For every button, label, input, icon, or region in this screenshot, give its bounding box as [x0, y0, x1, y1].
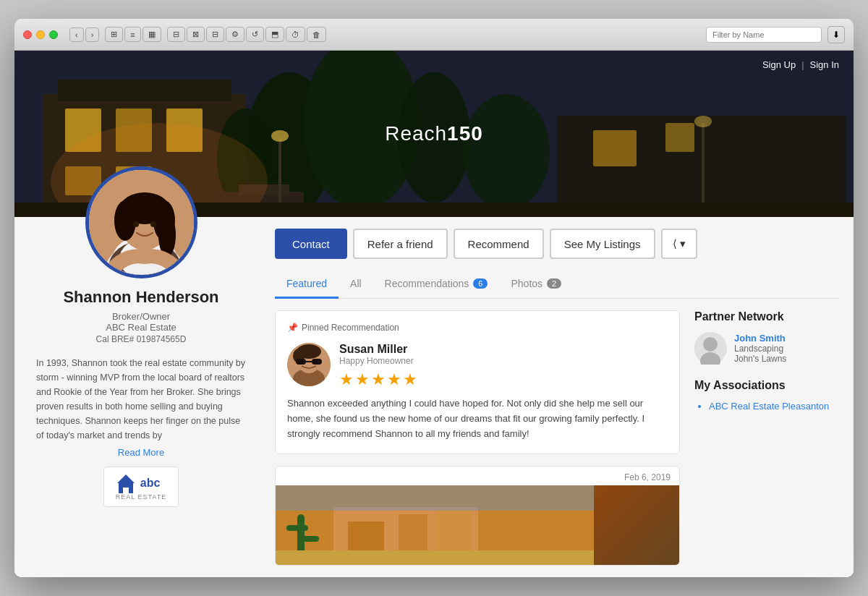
back-button[interactable]: ‹	[69, 27, 84, 42]
house-icon	[116, 473, 136, 493]
profile-bio: In 1993, Shannon took the real estate co…	[36, 356, 246, 443]
nav-buttons: ‹ ›	[69, 27, 99, 42]
share-toolbar-button[interactable]: ⬒	[265, 27, 284, 42]
avatar	[89, 170, 194, 275]
partner-item: John Smith Landscaping John's Lawns	[694, 332, 839, 365]
reviewer-role: Happy Homeowner	[339, 356, 668, 366]
svg-rect-45	[296, 359, 306, 365]
minimize-button[interactable]	[36, 30, 45, 39]
reviewer-photo	[287, 343, 331, 386]
recommendation-text: Shannon exceeded anything I could have h…	[287, 396, 668, 441]
column-view-button[interactable]: ▦	[142, 27, 161, 42]
avatar-wrapper	[85, 166, 197, 278]
hero-logo-area: Reach150	[385, 122, 483, 145]
company-logo: abc	[116, 473, 166, 493]
property-date: Feb 6, 2019	[276, 467, 679, 485]
tab-recommendations[interactable]: Recommendations 6	[373, 271, 500, 299]
dual-view-button[interactable]: ⊠	[187, 27, 205, 42]
profile-right-column: Contact Refer a friend Recommend See My …	[260, 217, 854, 576]
partner-info: John Smith Landscaping John's Lawns	[734, 333, 786, 364]
contact-button[interactable]: Contact	[275, 229, 347, 259]
svg-rect-54	[286, 525, 308, 531]
tab-all[interactable]: All	[339, 271, 373, 299]
delete-button[interactable]: 🗑	[307, 27, 326, 42]
profile-title: Broker/Owner	[112, 311, 170, 322]
profile-left-column: Shannon Henderson Broker/Owner ABC Real …	[14, 217, 260, 576]
svg-rect-46	[312, 359, 322, 365]
svg-rect-39	[123, 488, 129, 493]
company-logo-subtitle: REAL ESTATE	[116, 493, 166, 501]
profile-license: Cal BRE# 019874565D	[96, 334, 187, 344]
share-icon: ⟨	[673, 237, 677, 250]
svg-rect-10	[665, 123, 694, 152]
star-rating: ★★★★★	[339, 370, 668, 389]
main-col: 📌 Pinned Recommendation	[275, 310, 680, 565]
svg-rect-57	[276, 550, 594, 565]
property-photo	[276, 485, 679, 565]
svg-rect-56	[276, 485, 594, 511]
maximize-button[interactable]	[49, 30, 58, 39]
traffic-lights	[23, 30, 58, 39]
side-column: Partner Network	[694, 310, 839, 565]
svg-rect-2	[58, 80, 231, 101]
svg-point-36	[150, 221, 156, 227]
recommend-button[interactable]: Recommend	[454, 229, 544, 259]
profile-section: Shannon Henderson Broker/Owner ABC Real …	[14, 217, 854, 576]
split-view-button[interactable]: ⊟	[167, 27, 185, 42]
nav-divider: |	[801, 59, 804, 70]
signup-link[interactable]: Sign Up	[762, 59, 796, 70]
tab-photos[interactable]: Photos 2	[499, 271, 573, 299]
main-window: ‹ › ⊞ ≡ ▦ ⊟ ⊠ ⊟ ⚙ ↺ ⬒ ⏱ 🗑 ⬇	[14, 19, 854, 576]
close-button[interactable]	[23, 30, 32, 39]
svg-point-32	[114, 200, 136, 241]
profile-company: ABC Real Estate	[106, 322, 176, 333]
pinned-recommendation-card: 📌 Pinned Recommendation	[275, 310, 680, 454]
tab-featured[interactable]: Featured	[275, 271, 339, 299]
listings-button[interactable]: See My Listings	[550, 229, 655, 259]
svg-point-59	[703, 337, 718, 352]
clock-button[interactable]: ⏱	[286, 27, 305, 42]
partner-heading: Partner Network	[694, 310, 839, 323]
associations-section: My Associations ABC Real Estate Pleasant…	[694, 379, 839, 412]
main-content-area: 📌 Pinned Recommendation	[275, 310, 839, 565]
svg-point-19	[271, 130, 289, 142]
property-image	[276, 485, 679, 565]
partner-name[interactable]: John Smith	[734, 333, 786, 344]
reviewer-info: Susan Miller Happy Homeowner ★★★★★	[339, 343, 668, 389]
share-button[interactable]: ⟨ ▾	[661, 229, 697, 259]
table-view-button[interactable]: ⊟	[206, 27, 224, 42]
grid-view-button[interactable]: ⊞	[105, 27, 123, 42]
svg-rect-55	[301, 536, 319, 542]
page-content: Reach150 Sign Up | Sign In	[14, 51, 854, 576]
recommendations-badge: 6	[473, 278, 488, 289]
view-buttons: ⊞ ≡ ▦	[105, 27, 161, 42]
svg-rect-9	[593, 130, 637, 166]
partner-avatar	[694, 332, 727, 365]
reviewer: Susan Miller Happy Homeowner ★★★★★	[287, 343, 668, 389]
profile-name: Shannon Henderson	[63, 287, 218, 308]
association-item[interactable]: ABC Real Estate Pleasanton	[709, 401, 839, 412]
hero-navigation: Sign Up | Sign In	[762, 59, 839, 70]
refer-button[interactable]: Refer a friend	[353, 229, 448, 259]
profile-photo	[89, 170, 194, 275]
read-more-link[interactable]: Read More	[118, 447, 164, 458]
partner-network-section: Partner Network	[694, 310, 839, 365]
content-tabs: Featured All Recommendations 6 Photos 2	[275, 271, 839, 299]
download-button[interactable]: ⬇	[827, 26, 845, 43]
action-toolbar: ⊟ ⊠ ⊟ ⚙ ↺ ⬒ ⏱ 🗑	[167, 27, 326, 42]
partner-company: John's Lawns	[734, 354, 786, 364]
list-view-button[interactable]: ≡	[124, 27, 140, 42]
titlebar: ‹ › ⊞ ≡ ▦ ⊟ ⊠ ⊟ ⚙ ↺ ⬒ ⏱ 🗑 ⬇	[14, 19, 854, 51]
svg-marker-38	[117, 474, 135, 483]
refresh-button[interactable]: ↺	[246, 27, 264, 42]
svg-point-35	[133, 221, 139, 227]
site-logo: Reach150	[385, 122, 483, 145]
reviewer-avatar	[287, 343, 331, 386]
partner-photo	[694, 332, 727, 365]
settings-button[interactable]: ⚙	[226, 27, 244, 42]
filter-input[interactable]	[706, 27, 822, 43]
partner-role: Landscaping	[734, 344, 786, 354]
action-buttons: Contact Refer a friend Recommend See My …	[275, 229, 839, 259]
forward-button[interactable]: ›	[85, 27, 100, 42]
signin-link[interactable]: Sign In	[810, 59, 839, 70]
